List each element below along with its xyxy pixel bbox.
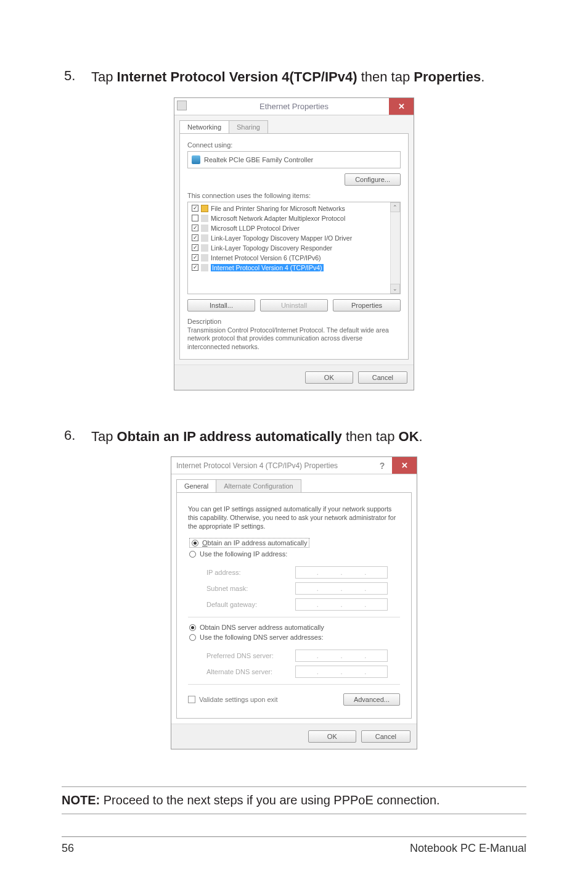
component-icon [201,215,208,222]
connect-using-label: Connect using: [187,141,401,149]
checkbox[interactable]: ✓ [192,254,198,261]
field-dns1: Preferred DNS server: ... [206,650,388,662]
field-mask: Subnet mask: ... [206,582,388,595]
component-icon [201,254,208,262]
step-6-number: 6. [62,427,91,446]
component-icon [201,264,208,271]
ethernet-properties-dialog: Ethernet Properties ✕ Networking Sharing… [174,97,414,390]
component-icon [201,205,208,212]
text: . [419,429,423,444]
field-gateway: Default gateway: ... [206,598,388,611]
bold-text: Internet Protocol Version 4(TCP/IPv4) [117,69,357,85]
step-5-number: 5. [62,68,91,86]
cancel-button[interactable]: Cancel [361,730,410,743]
list-item-label: Link-Layer Topology Discovery Mapper I/O… [211,234,352,242]
ip-input[interactable]: ... [295,582,388,595]
text: Tap [91,429,117,444]
advanced-button[interactable]: Advanced... [343,693,400,706]
dialog-title: Internet Protocol Version 4 (TCP/IPv4) P… [176,461,338,470]
bold-text: OK [399,429,419,444]
tab-alt-config[interactable]: Alternate Configuration [216,479,301,492]
help-icon[interactable]: ? [372,457,392,474]
step-5-text: Tap Internet Protocol Version 4(TCP/IPv4… [91,68,484,86]
field-dns2: Alternate DNS server: ... [206,666,388,678]
tab-networking[interactable]: Networking [179,120,229,133]
install-button[interactable]: Install... [187,299,255,311]
radio-obtain-dns[interactable]: Obtain DNS server address automatically [189,624,399,631]
scrollbar-track[interactable] [390,212,400,284]
radio-obtain-ip[interactable]: Obtain an IP address automatically [189,538,399,548]
radio-label: Use the following DNS server addresses: [200,633,324,641]
step-6-text: Tap Obtain an IP address automatically t… [91,427,423,446]
radio-label: Obtain DNS server address automatically [200,624,324,631]
list-item-selected[interactable]: ✓ Internet Protocol Version 4 (TCP/IPv4) [188,263,389,273]
list-item[interactable]: ✓ Internet Protocol Version 6 (TCP/IPv6) [188,253,389,263]
ok-button[interactable]: OK [305,371,353,384]
radio-icon[interactable] [189,634,196,641]
description-text: Transmission Control Protocol/Internet P… [187,326,401,352]
list-item-label: File and Printer Sharing for Microsoft N… [211,205,345,212]
step-6: 6. Tap Obtain an IP address automaticall… [62,427,526,446]
ip-input[interactable]: ... [295,598,388,611]
field-label: IP address: [206,569,295,576]
list-item[interactable]: ✓ Link-Layer Topology Discovery Mapper I… [188,233,389,243]
bold-text: Properties [414,69,481,85]
components-listbox[interactable]: ⌃ ⌄ ✓ File and Printer Sharing for Micro… [187,202,401,294]
list-item[interactable]: Microsoft Network Adapter Multiplexor Pr… [188,213,389,223]
list-item[interactable]: ✓ Microsoft LLDP Protocol Driver [188,223,389,233]
checkbox[interactable]: ✓ [192,244,198,251]
ip-input[interactable]: ... [295,666,388,678]
close-icon[interactable]: ✕ [392,457,417,474]
text: then tap [342,429,399,444]
checkbox[interactable]: ✓ [192,205,198,212]
adapter-field: Realtek PCIe GBE Family Controller [187,151,401,168]
scroll-up-icon[interactable]: ⌃ [390,202,400,212]
checkbox[interactable] [192,215,198,221]
component-icon [201,225,208,232]
text: then tap [357,69,414,85]
validate-checkbox[interactable] [188,696,195,703]
list-item-label: Internet Protocol Version 6 (TCP/IPv6) [211,254,321,262]
titlebar: Internet Protocol Version 4 (TCP/IPv4) P… [171,457,417,474]
ok-button[interactable]: OK [308,730,356,743]
close-icon[interactable]: ✕ [389,98,414,115]
intro-text: You can get IP settings assigned automat… [188,505,400,530]
page-number: 56 [62,842,74,855]
uninstall-button[interactable]: Uninstall [260,299,328,311]
ip-input[interactable]: ... [295,650,388,662]
configure-button[interactable]: Configure... [345,173,401,186]
step-5: 5. Tap Internet Protocol Version 4(TCP/I… [62,68,526,86]
radio-use-dns[interactable]: Use the following DNS server addresses: [189,633,399,641]
radio-label: Use the following IP address: [200,550,287,558]
note-box: NOTE: Proceed to the next steps if you a… [62,786,526,814]
radio-use-ip[interactable]: Use the following IP address: [189,550,399,558]
validate-label: Validate settings upon exit [199,696,278,703]
checkbox[interactable]: ✓ [192,234,198,241]
checkbox[interactable]: ✓ [192,264,198,271]
field-label: Preferred DNS server: [206,652,295,659]
radio-icon[interactable] [189,551,196,558]
list-item[interactable]: ✓ File and Printer Sharing for Microsoft… [188,204,389,213]
properties-button[interactable]: Properties [333,299,401,311]
radio-icon[interactable] [192,540,198,547]
tab-general[interactable]: General [176,479,216,492]
list-item[interactable]: ✓ Link-Layer Topology Discovery Responde… [188,243,389,253]
tab-sharing[interactable]: Sharing [229,120,268,133]
manual-title: Notebook PC E-Manual [410,842,526,855]
description-title: Description [187,318,401,325]
ipv4-properties-dialog: Internet Protocol Version 4 (TCP/IPv4) P… [171,456,417,749]
note-text: Proceed to the next steps if you are usi… [100,793,439,807]
list-item-label: Microsoft LLDP Protocol Driver [211,225,300,232]
ip-input[interactable]: ... [295,566,388,579]
field-label: Subnet mask: [206,585,295,592]
list-item-label: Internet Protocol Version 4 (TCP/IPv4) [211,264,324,271]
component-icon [201,244,208,252]
checkbox[interactable]: ✓ [192,225,198,231]
page-footer: 56 Notebook PC E-Manual [62,836,526,855]
field-ip: IP address: ... [206,566,388,579]
dialog-title: Ethernet Properties [259,102,329,111]
cancel-button[interactable]: Cancel [358,371,407,384]
nic-icon [192,155,200,164]
scroll-down-icon[interactable]: ⌄ [390,284,400,294]
radio-icon[interactable] [189,624,196,631]
